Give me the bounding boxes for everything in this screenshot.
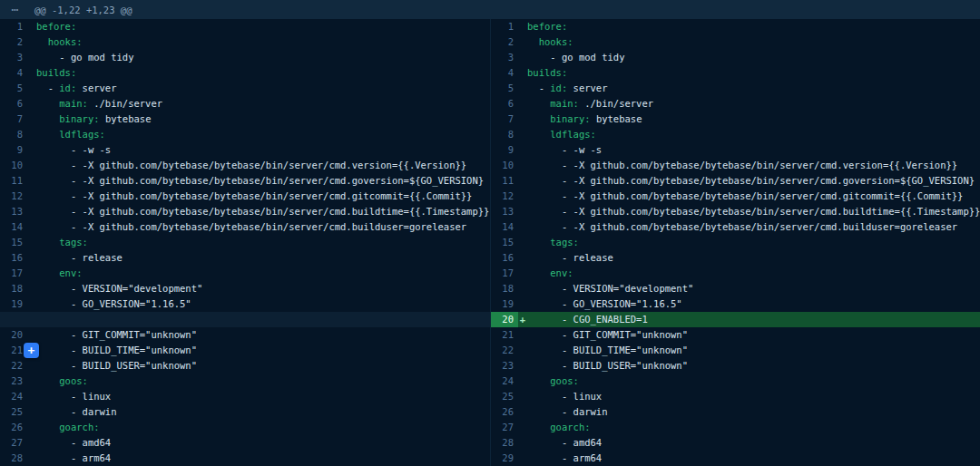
line-number[interactable]: 19 bbox=[0, 296, 27, 312]
diff-row: 7 binary: bytebase bbox=[0, 112, 490, 127]
yaml-key-token: tags: bbox=[550, 237, 579, 248]
line-number[interactable]: 8 bbox=[491, 127, 518, 142]
code-token: - -X github.com/bytebase/bytebase/bin/se… bbox=[527, 221, 957, 232]
line-number[interactable]: 9 bbox=[491, 142, 518, 158]
code-line: - CGO_ENABLED=1 bbox=[527, 312, 980, 327]
diff-marker bbox=[27, 219, 36, 235]
code-token bbox=[36, 113, 59, 124]
line-number[interactable]: 27 bbox=[0, 435, 27, 451]
diff-row: 18 - VERSION="development" bbox=[491, 281, 980, 296]
line-number[interactable]: 29 bbox=[491, 451, 518, 466]
diff-marker bbox=[518, 204, 527, 219]
line-number[interactable]: 10 bbox=[491, 158, 518, 173]
diff-marker bbox=[27, 250, 36, 266]
diff-row: 19 - GO_VERSION="1.16.5" bbox=[491, 296, 980, 312]
line-number[interactable]: 22 bbox=[0, 358, 27, 374]
add-comment-button[interactable]: + bbox=[24, 343, 39, 358]
code-line: - arm64 bbox=[36, 451, 490, 466]
line-number[interactable]: 12 bbox=[491, 189, 518, 204]
code-token bbox=[527, 113, 550, 124]
line-number[interactable]: 3 bbox=[491, 50, 518, 65]
line-number[interactable]: 1 bbox=[0, 19, 27, 34]
line-number[interactable]: 25 bbox=[0, 404, 27, 420]
diff-row: 22 - BUILD_TIME="unknown" bbox=[491, 343, 980, 358]
diff-marker bbox=[518, 158, 527, 173]
code-token: - -X github.com/bytebase/bytebase/bin/se… bbox=[36, 206, 489, 217]
line-number[interactable]: 17 bbox=[491, 266, 518, 281]
line-number[interactable]: 23 bbox=[0, 374, 27, 389]
line-number[interactable]: 23 bbox=[491, 358, 518, 374]
line-number[interactable]: 4 bbox=[0, 65, 27, 81]
line-number[interactable]: 14 bbox=[491, 219, 518, 235]
line-number[interactable]: 18 bbox=[0, 281, 27, 296]
line-number[interactable]: 27 bbox=[491, 420, 518, 435]
line-number[interactable]: 18 bbox=[491, 281, 518, 296]
line-number[interactable]: 11 bbox=[491, 173, 518, 189]
line-number[interactable]: 20 bbox=[0, 327, 27, 343]
yaml-key-token: ldflags: bbox=[59, 129, 105, 140]
diff-row: 6 main: ./bin/server bbox=[491, 96, 980, 112]
line-number[interactable]: 24 bbox=[0, 389, 27, 404]
code-line: - -w -s bbox=[527, 142, 980, 158]
line-number[interactable]: 21 bbox=[491, 327, 518, 343]
line-number[interactable]: 8 bbox=[0, 127, 27, 142]
yaml-key-token: builds: bbox=[36, 67, 76, 78]
diff-row: 28 - amd64 bbox=[491, 435, 980, 451]
line-number[interactable]: 6 bbox=[0, 96, 27, 112]
hunk-header: ⋯ @@ -1,22 +1,23 @@ bbox=[0, 0, 980, 19]
code-token: ./bin/server bbox=[579, 98, 653, 109]
code-line: - BUILD_TIME="unknown" bbox=[36, 343, 490, 358]
yaml-key-token: main: bbox=[59, 98, 88, 109]
line-number[interactable]: 2 bbox=[491, 34, 518, 50]
diff-row: 18 - VERSION="development" bbox=[0, 281, 490, 296]
line-number[interactable]: 4 bbox=[491, 65, 518, 81]
line-number[interactable]: 13 bbox=[491, 204, 518, 219]
hunk-range-text: @@ -1,22 +1,23 @@ bbox=[31, 5, 132, 15]
line-number[interactable]: 5 bbox=[0, 81, 27, 96]
line-number[interactable]: 20 bbox=[491, 312, 518, 327]
line-number[interactable]: 14 bbox=[0, 219, 27, 235]
line-number[interactable]: 2 bbox=[0, 34, 27, 50]
code-token bbox=[527, 422, 550, 432]
diff-marker bbox=[518, 343, 527, 358]
line-number[interactable]: 9 bbox=[0, 142, 27, 158]
line-number[interactable]: 15 bbox=[0, 235, 27, 250]
line-number[interactable]: 1 bbox=[491, 19, 518, 34]
yaml-key-token: env: bbox=[550, 267, 573, 278]
diff-row: 6 main: ./bin/server bbox=[0, 96, 490, 112]
line-number[interactable]: 10 bbox=[0, 158, 27, 173]
yaml-key-token: hooks: bbox=[48, 36, 83, 47]
line-number[interactable]: 28 bbox=[491, 435, 518, 451]
diff-marker bbox=[518, 420, 527, 435]
diff-row: 15 tags: bbox=[491, 235, 980, 250]
expand-context-icon[interactable]: ⋯ bbox=[0, 3, 31, 16]
line-number[interactable]: 16 bbox=[491, 250, 518, 266]
line-number[interactable]: 3 bbox=[0, 50, 27, 65]
line-number[interactable]: 26 bbox=[491, 404, 518, 420]
line-number[interactable]: 7 bbox=[0, 112, 27, 127]
line-number[interactable]: 5 bbox=[491, 81, 518, 96]
line-number[interactable]: 17 bbox=[0, 266, 27, 281]
line-number[interactable]: 7 bbox=[491, 112, 518, 127]
code-line: - -X github.com/bytebase/bytebase/bin/se… bbox=[527, 189, 980, 204]
code-line: - arm64 bbox=[527, 451, 980, 466]
line-number[interactable]: 22 bbox=[491, 343, 518, 358]
line-number[interactable]: 11 bbox=[0, 173, 27, 189]
diff-row: 5 - id: server bbox=[491, 81, 980, 96]
code-token: - amd64 bbox=[36, 437, 111, 448]
diff-marker bbox=[518, 250, 527, 266]
line-number[interactable]: 25 bbox=[491, 389, 518, 404]
line-number[interactable]: 24 bbox=[491, 374, 518, 389]
diff-marker bbox=[27, 96, 36, 112]
line-number[interactable]: 6 bbox=[491, 96, 518, 112]
code-token: bytebase bbox=[100, 113, 152, 124]
line-number[interactable]: 13 bbox=[0, 204, 27, 219]
line-number[interactable]: 12 bbox=[0, 189, 27, 204]
line-number[interactable]: 19 bbox=[491, 296, 518, 312]
diff-row: 8 ldflags: bbox=[491, 127, 980, 142]
line-number[interactable]: 28 bbox=[0, 451, 27, 466]
line-number[interactable]: 15 bbox=[491, 235, 518, 250]
line-number[interactable]: 16 bbox=[0, 250, 27, 266]
line-number[interactable]: 26 bbox=[0, 420, 27, 435]
diff-row: 10 - -X github.com/bytebase/bytebase/bin… bbox=[491, 158, 980, 173]
